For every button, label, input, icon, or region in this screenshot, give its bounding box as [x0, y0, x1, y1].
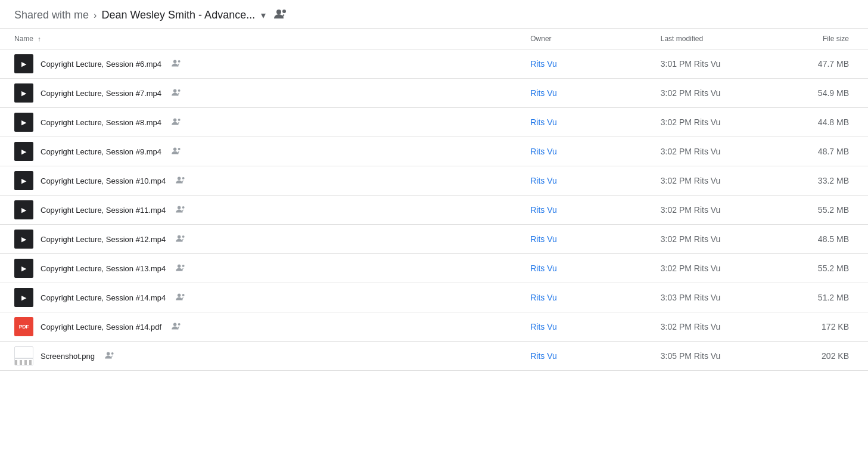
table-row[interactable]: Screenshot.png Rits Vu3:05 PM Rits Vu202… — [0, 342, 868, 371]
breadcrumb-share-icon[interactable] — [274, 8, 287, 22]
svg-point-21 — [178, 323, 181, 325]
file-name-label: Copyright Lecture, Session #7.mp4 — [41, 89, 161, 98]
video-file-icon — [14, 171, 33, 190]
file-owner[interactable]: Rits Vu — [521, 225, 651, 254]
svg-point-3 — [178, 60, 181, 62]
col-header-owner[interactable]: Owner — [521, 29, 651, 49]
table-row[interactable]: PDFCopyright Lecture, Session #14.pdf Ri… — [0, 312, 868, 342]
file-name-label: Copyright Lecture, Session #14.mp4 — [41, 293, 166, 302]
file-name-cell: Copyright Lecture, Session #13.mp4 — [0, 254, 521, 283]
shared-people-icon — [175, 264, 186, 274]
svg-point-9 — [178, 147, 181, 150]
file-owner[interactable]: Rits Vu — [521, 283, 651, 312]
shared-people-icon — [175, 234, 186, 244]
file-name-label: Copyright Lecture, Session #9.mp4 — [41, 147, 161, 156]
video-file-icon — [14, 142, 33, 161]
table-row[interactable]: Copyright Lecture, Session #7.mp4 Rits V… — [0, 79, 868, 108]
col-header-modified[interactable]: Last modified — [651, 29, 782, 49]
svg-point-1 — [282, 10, 286, 13]
table-row[interactable]: Copyright Lecture, Session #13.mp4 Rits … — [0, 254, 868, 283]
svg-point-2 — [173, 60, 176, 63]
svg-point-8 — [173, 147, 176, 150]
file-size: 55.2 MB — [781, 196, 868, 225]
file-name-cell: Copyright Lecture, Session #9.mp4 — [0, 137, 521, 166]
table-header-row: Name ↑ Owner Last modified File size — [0, 29, 868, 49]
file-owner[interactable]: Rits Vu — [521, 79, 651, 108]
svg-point-15 — [182, 235, 185, 237]
svg-point-18 — [178, 293, 181, 296]
table-row[interactable]: Copyright Lecture, Session #14.mp4 Rits … — [0, 283, 868, 312]
file-name-label: Copyright Lecture, Session #14.pdf — [41, 323, 161, 331]
file-size: 54.9 MB — [781, 79, 868, 108]
shared-people-icon — [171, 147, 182, 157]
table-row[interactable]: Copyright Lecture, Session #11.mp4 Rits … — [0, 196, 868, 225]
file-owner[interactable]: Rits Vu — [521, 49, 651, 79]
svg-point-17 — [182, 264, 185, 266]
table-row[interactable]: Copyright Lecture, Session #8.mp4 Rits V… — [0, 108, 868, 137]
file-name-cell: Copyright Lecture, Session #10.mp4 — [0, 166, 521, 196]
shared-people-icon — [104, 351, 115, 361]
file-size: 44.8 MB — [781, 108, 868, 137]
file-owner[interactable]: Rits Vu — [521, 108, 651, 137]
file-owner[interactable]: Rits Vu — [521, 137, 651, 166]
file-name-label: Copyright Lecture, Session #13.mp4 — [41, 264, 166, 273]
file-name-label: Copyright Lecture, Session #12.mp4 — [41, 235, 166, 244]
svg-point-23 — [111, 352, 114, 354]
shared-people-icon — [171, 88, 182, 98]
col-header-size[interactable]: File size — [781, 29, 868, 49]
file-owner[interactable]: Rits Vu — [521, 312, 651, 342]
breadcrumb-shared-link[interactable]: Shared with me — [14, 9, 89, 21]
file-name-label: Copyright Lecture, Session #6.mp4 — [41, 60, 161, 69]
file-modified: 3:02 PM Rits Vu — [651, 254, 782, 283]
breadcrumb: Shared with me › Dean Wesley Smith - Adv… — [0, 0, 868, 29]
video-file-icon — [14, 200, 33, 219]
file-owner[interactable]: Rits Vu — [521, 196, 651, 225]
file-name-cell: PDFCopyright Lecture, Session #14.pdf — [0, 312, 521, 342]
svg-point-20 — [173, 323, 176, 326]
shared-people-icon — [175, 176, 186, 186]
file-modified: 3:03 PM Rits Vu — [651, 283, 782, 312]
file-modified: 3:02 PM Rits Vu — [651, 79, 782, 108]
shared-people-icon — [175, 205, 186, 215]
svg-point-6 — [173, 118, 176, 121]
file-owner[interactable]: Rits Vu — [521, 166, 651, 196]
file-modified: 3:02 PM Rits Vu — [651, 196, 782, 225]
png-file-icon — [14, 346, 33, 365]
video-file-icon — [14, 54, 33, 73]
file-name-cell: Copyright Lecture, Session #14.mp4 — [0, 283, 521, 312]
table-row[interactable]: Copyright Lecture, Session #12.mp4 Rits … — [0, 225, 868, 254]
table-row[interactable]: Copyright Lecture, Session #10.mp4 Rits … — [0, 166, 868, 196]
file-size: 51.2 MB — [781, 283, 868, 312]
table-row[interactable]: Copyright Lecture, Session #9.mp4 Rits V… — [0, 137, 868, 166]
file-owner[interactable]: Rits Vu — [521, 254, 651, 283]
file-name-cell: Screenshot.png — [0, 342, 521, 371]
video-file-icon — [14, 288, 33, 307]
file-name-cell: Copyright Lecture, Session #6.mp4 — [0, 49, 521, 79]
file-name-cell: Copyright Lecture, Session #11.mp4 — [0, 196, 521, 225]
file-size: 172 KB — [781, 312, 868, 342]
file-name-cell: Copyright Lecture, Session #12.mp4 — [0, 225, 521, 254]
file-modified: 3:01 PM Rits Vu — [651, 49, 782, 79]
svg-point-10 — [178, 176, 181, 179]
pdf-file-icon: PDF — [14, 317, 33, 336]
svg-point-19 — [182, 293, 185, 296]
col-header-name[interactable]: Name ↑ — [0, 29, 521, 49]
shared-people-icon — [175, 293, 186, 303]
file-name-label: Copyright Lecture, Session #11.mp4 — [41, 206, 166, 215]
file-modified: 3:05 PM Rits Vu — [651, 342, 782, 371]
breadcrumb-dropdown-button[interactable]: ▾ — [261, 10, 266, 21]
svg-point-0 — [276, 10, 281, 14]
file-name-cell: Copyright Lecture, Session #7.mp4 — [0, 79, 521, 108]
svg-point-14 — [178, 235, 181, 238]
shared-people-icon — [171, 59, 182, 69]
table-row[interactable]: Copyright Lecture, Session #6.mp4 Rits V… — [0, 49, 868, 79]
svg-point-5 — [178, 89, 181, 91]
breadcrumb-separator: › — [94, 10, 97, 21]
file-modified: 3:02 PM Rits Vu — [651, 312, 782, 342]
file-size: 55.2 MB — [781, 254, 868, 283]
svg-point-16 — [178, 264, 181, 267]
file-modified: 3:02 PM Rits Vu — [651, 108, 782, 137]
file-size: 47.7 MB — [781, 49, 868, 79]
file-name-label: Copyright Lecture, Session #10.mp4 — [41, 176, 166, 185]
file-owner[interactable]: Rits Vu — [521, 342, 651, 371]
